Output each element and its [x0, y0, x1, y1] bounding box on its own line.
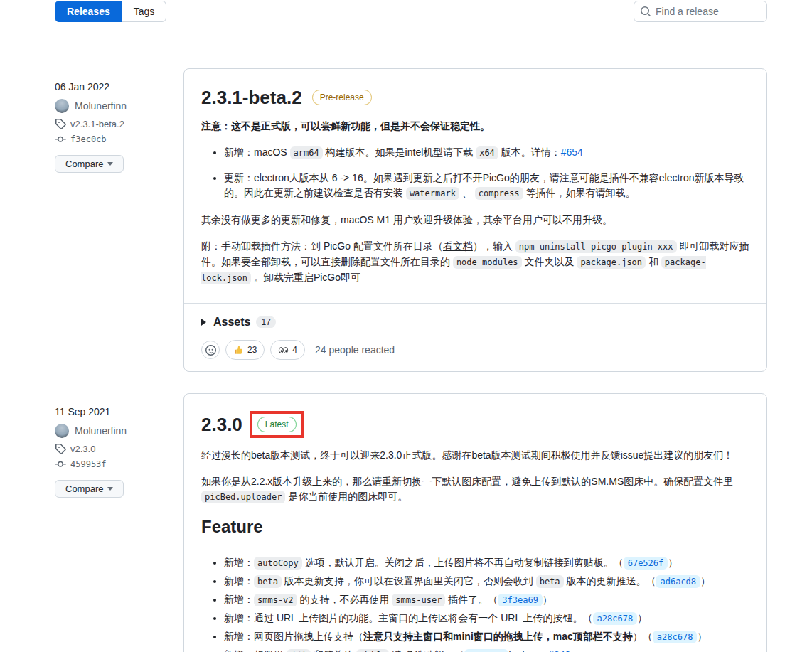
inline-code: 全选 [287, 649, 311, 652]
release-tag[interactable]: v2.3.1-beta.2 [55, 118, 183, 129]
bold-text: 注意只支持主窗口和mini窗口的拖拽上传，mac顶部栏不支持 [363, 631, 633, 642]
release-tag[interactable]: v2.3.0 [55, 443, 183, 454]
release-commit[interactable]: 459953f [55, 459, 183, 470]
author-name[interactable]: Molunerfinn [75, 100, 127, 112]
release-title: 2.3.0 [201, 413, 242, 436]
release-author[interactable]: Molunerfinn [55, 424, 183, 438]
inline-code: npm uninstall picgo-plugin-xxx [515, 240, 677, 253]
card-divider [184, 303, 766, 304]
tab-tags[interactable]: Tags [122, 1, 167, 22]
issue-link[interactable]: #654 [561, 146, 583, 158]
list-item: 新增：相册里 全选 和简单的 shift 键 多选功能。（2aeca50), c… [224, 648, 749, 652]
tag-name: v2.3.0 [70, 444, 95, 454]
author-name[interactable]: Molunerfinn [75, 425, 127, 437]
release-title-row: 2.3.0 Latest [201, 411, 749, 438]
release-date: 06 Jan 2022 [55, 81, 183, 92]
inline-code: beta [536, 575, 564, 588]
release-sidebar: 06 Jan 2022 Molunerfinn v2.3.1-beta.2 f3… [55, 68, 183, 173]
list-item: 新增：autoCopy 选项，默认开启。关闭之后，上传图片将不再自动复制链接到剪… [224, 555, 749, 571]
inline-code: picBed.uploader [201, 491, 285, 503]
inline-code: beta [254, 575, 282, 588]
issue-link[interactable]: #342 [548, 649, 570, 652]
paragraph: 附：手动卸载插件方法：到 PicGo 配置文件所在目录（看文档），输入 npm … [201, 239, 749, 286]
commit-icon [55, 459, 66, 470]
tag-icon [55, 443, 66, 454]
commit-link-chip[interactable]: ad6acd8 [656, 575, 700, 588]
search-icon [640, 6, 651, 17]
release-body: 经过漫长的beta版本测试，终于可以迎来2.3.0正式版。感谢在beta版本测试… [201, 448, 749, 652]
bullet-list: 新增：autoCopy 选项，默认开启。关闭之后，上传图片将不再自动复制链接到剪… [201, 555, 749, 652]
chevron-down-icon [107, 487, 113, 491]
tag-name: v2.3.1-beta.2 [70, 119, 124, 129]
find-release-input[interactable] [634, 1, 767, 22]
release-author[interactable]: Molunerfinn [55, 99, 183, 113]
commit-link-chip[interactable]: 2aeca50 [464, 649, 509, 652]
release-card: 2.3.0 Latest 经过漫长的beta版本测试，终于可以迎来2.3.0正式… [183, 393, 767, 652]
release-title: 2.3.1-beta.2 [201, 86, 302, 109]
compare-button[interactable]: Compare [55, 480, 124, 498]
commit-hash: 459953f [70, 459, 107, 469]
author-avatar[interactable] [55, 424, 69, 438]
inline-code: shift [356, 649, 389, 652]
commit-link-chip[interactable]: a28c678 [653, 631, 698, 643]
prerelease-badge: Pre-release [312, 90, 372, 105]
inline-code: smms-v2 [254, 594, 297, 606]
tag-icon [55, 118, 66, 129]
releases-tags-switcher: Releases Tags [55, 1, 166, 22]
triangle-right-icon [201, 319, 206, 326]
release-commit[interactable]: f3ec0cb [55, 134, 183, 145]
commit-link-chip[interactable]: 67e526f [624, 557, 668, 570]
commit-hash: f3ec0cb [70, 134, 107, 144]
bullet-list: 新增：macOS arm64 构建版本。如果是intel机型请下载 x64 版本… [201, 145, 749, 201]
latest-badge: Latest [257, 417, 297, 432]
paragraph: 如果你是从2.2.x版本升级上来的，那么请重新切换一下默认图床配置，避免上传到默… [201, 474, 749, 505]
tab-releases[interactable]: Releases [55, 1, 122, 22]
find-release-search [634, 1, 767, 22]
eyes-reaction[interactable]: 4 [270, 340, 305, 360]
reactions-bar: 23 4 24 people reacted [201, 340, 749, 360]
assets-toggle[interactable]: Assets 17 [201, 316, 749, 328]
release-row-2-3-0: 11 Sep 2021 Molunerfinn v2.3.0 459953f C… [55, 393, 767, 652]
release-sidebar: 11 Sep 2021 Molunerfinn v2.3.0 459953f C… [55, 393, 183, 498]
reactions-summary: 24 people reacted [315, 344, 395, 356]
list-item: 新增：beta 版本更新支持，你可以在设置界面里关闭它，否则会收到 beta 版… [224, 574, 749, 589]
docs-link[interactable]: 看文档 [443, 240, 473, 252]
release-card: 2.3.1-beta.2 Pre-release 注意：这不是正式版，可以尝鲜新… [183, 68, 767, 372]
commit-link-chip[interactable]: 3f3ea69 [498, 594, 543, 606]
inline-code: node_modules [453, 256, 522, 269]
list-item: 新增：smms-v2 的支持，不必再使用 smms-user 插件了。（3f3e… [224, 592, 749, 608]
commit-icon [55, 134, 66, 145]
thumbs-up-reaction[interactable]: 23 [225, 340, 265, 360]
inline-code: autoCopy [254, 557, 302, 570]
list-item: 新增：通过 URL 上传图片的功能。主窗口的上传区将会有一个 URL 上传的按钮… [224, 611, 749, 626]
author-avatar[interactable] [55, 99, 69, 113]
compare-label: Compare [65, 159, 103, 169]
compare-button[interactable]: Compare [55, 155, 124, 173]
release-row-2-3-1-beta-2: 06 Jan 2022 Molunerfinn v2.3.1-beta.2 f3… [55, 68, 767, 372]
list-item: 更新：electron大版本从 6 -> 16。如果遇到更新之后打不开PicGo… [224, 171, 749, 201]
inline-code: compress [475, 187, 523, 200]
commit-link-chip[interactable]: a28c678 [593, 612, 638, 625]
list-item: 新增：macOS arm64 构建版本。如果是intel机型请下载 x64 版本… [224, 145, 749, 161]
release-date: 11 Sep 2021 [55, 406, 183, 417]
bold-text: 注意：这不是正式版，可以尝鲜新功能，但是并不会保证稳定性。 [201, 120, 490, 132]
eyes-icon [278, 345, 289, 356]
releases-page: Releases Tags 06 Jan 2022 Molunerfinn v2… [0, 0, 812, 652]
assets-count-badge: 17 [256, 316, 275, 328]
inline-code: smms-user [392, 594, 445, 606]
assets-label: Assets [213, 316, 250, 328]
thumbs-up-icon [233, 345, 244, 356]
inline-code: watermark [406, 187, 459, 200]
reaction-count: 23 [247, 345, 257, 355]
release-title-row: 2.3.1-beta.2 Pre-release [201, 86, 749, 109]
inline-code: arm64 [290, 146, 323, 159]
latest-badge-annotation: Latest [250, 411, 304, 438]
paragraph: 经过漫长的beta版本测试，终于可以迎来2.3.0正式版。感谢在beta版本测试… [201, 448, 749, 463]
add-reaction-button[interactable] [201, 341, 220, 359]
paragraph: 其余没有做更多的更新和修复，macOS M1 用户欢迎升级体验，其余平台用户可以… [201, 213, 749, 228]
release-body: 注意：这不是正式版，可以尝鲜新功能，但是并不会保证稳定性。新增：macOS ar… [201, 119, 749, 286]
chevron-down-icon [107, 162, 113, 166]
paragraph: 注意：这不是正式版，可以尝鲜新功能，但是并不会保证稳定性。 [201, 119, 749, 134]
inline-code: x64 [476, 146, 498, 159]
top-bar: Releases Tags [55, 0, 767, 38]
